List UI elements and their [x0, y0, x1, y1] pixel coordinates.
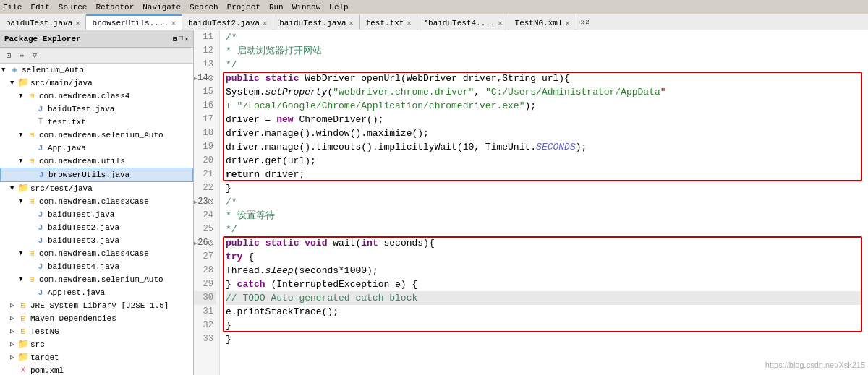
- code-text: driver = new ChromeDriver();: [226, 114, 383, 125]
- line-num-33: 33: [194, 332, 216, 346]
- expand-arrow: ▼: [19, 247, 26, 260]
- tree-item-com-newdream-class3case[interactable]: ▼ ⊞ com.newdream.class3Case: [0, 195, 193, 208]
- tab-baiduTest2[interactable]: baiduTest2.java ✕: [182, 14, 273, 30]
- tree-item-com-newdream-class4case[interactable]: ▼ ⊞ com.newdream.class4Case: [0, 247, 193, 260]
- java-file-icon: J: [35, 169, 47, 181]
- line-num-21: 21: [194, 168, 216, 181]
- tab-close-icon[interactable]: ✕: [349, 19, 354, 27]
- java-file-icon: J: [35, 287, 46, 298]
- menu-refactor[interactable]: Refactor: [95, 3, 134, 12]
- maximize-icon[interactable]: □: [179, 35, 183, 43]
- close-panel-icon[interactable]: ✕: [184, 35, 189, 43]
- menu-help[interactable]: Help: [329, 3, 348, 12]
- tree-label: TestNG: [30, 325, 59, 338]
- library-icon: ⊟: [17, 313, 29, 324]
- tree-item-com-newdream-utils[interactable]: ▼ ⊞ com.newdream.utils: [0, 155, 193, 168]
- menu-edit[interactable]: Edit: [30, 3, 49, 12]
- expand-arrow: ▷: [10, 351, 17, 364]
- code-text: driver.manage().timeouts().implicitlyWai…: [226, 142, 587, 152]
- tab-baiduTest3[interactable]: baiduTest.java ✕: [273, 14, 359, 30]
- tree-item-src-test-java[interactable]: ▼ 📁 src/test/java: [0, 182, 193, 195]
- tree-item-com-newdream-class4[interactable]: ▼ ⊞ com.newdream.class4: [0, 90, 193, 103]
- line-num-18: 18: [194, 126, 216, 140]
- code-text: * 设置等待: [226, 210, 275, 221]
- tab-testTxt[interactable]: test.txt ✕: [360, 14, 418, 30]
- tree-item-app-java[interactable]: J App.java: [0, 142, 193, 155]
- tree-item-pom-xml[interactable]: X pom.xml: [0, 364, 193, 375]
- tree-label: src: [30, 338, 45, 351]
- tree-item-baiduTest-java2[interactable]: J baiduTest.java: [0, 208, 193, 221]
- tab-close-icon[interactable]: ✕: [566, 19, 570, 27]
- tree-item-baiduTest3-java[interactable]: J baiduTest3.java: [0, 234, 193, 247]
- line-num-14: 14◎: [194, 72, 216, 85]
- code-text: driver.manage().window().maximize();: [226, 128, 429, 139]
- tree-item-baiduTest4-java[interactable]: J baiduTest4.java: [0, 260, 193, 273]
- tab-close-icon[interactable]: ✕: [171, 19, 176, 27]
- tree-item-src-main-java[interactable]: ▼ 📁 src/main/java: [0, 77, 193, 90]
- tree-item-maven-dependencies[interactable]: ▷ ⊟ Maven Dependencies: [0, 312, 193, 325]
- tab-baiduTest[interactable]: baiduTest.java ✕: [0, 14, 86, 30]
- minimize-icon[interactable]: ⊟: [173, 35, 177, 43]
- tree-item-baiduTest2-java[interactable]: J baiduTest2.java: [0, 221, 193, 234]
- library-icon: ⊟: [17, 300, 29, 311]
- tab-close-icon[interactable]: ✕: [407, 19, 411, 27]
- tab-baiduTest4[interactable]: *baiduTest4.... ✕: [417, 14, 509, 30]
- tab-testNG[interactable]: TestNG.xml ✕: [509, 14, 576, 30]
- tree-item-baiduTest-java[interactable]: J baiduTest.java: [0, 103, 193, 116]
- menu-search[interactable]: Search: [190, 3, 218, 12]
- tree-item-com-newdream-selenium-auto2[interactable]: ▼ ⊞ com.newdream.selenium_Auto: [0, 273, 193, 286]
- tab-close-icon[interactable]: ✕: [263, 19, 267, 27]
- collapse-all-button[interactable]: ⊡: [3, 50, 14, 61]
- tree-label: com.newdream.utils: [39, 155, 125, 168]
- expand-arrow: ▷: [10, 325, 17, 338]
- menu-run[interactable]: Run: [269, 3, 284, 12]
- menu-navigate[interactable]: Navigate: [142, 3, 181, 12]
- code-line-25: */: [226, 223, 862, 236]
- code-text: * 启动浏览器打开网站: [226, 46, 322, 56]
- expand-arrow: ▷: [10, 312, 17, 325]
- tree-label: com.newdream.class3Case: [39, 195, 149, 208]
- watermark: https://blog.csdn.net/Xsk215: [765, 358, 865, 372]
- tree-item-test-txt[interactable]: T test.txt: [0, 116, 193, 129]
- tab-close-icon[interactable]: ✕: [498, 19, 503, 27]
- expand-arrow: ▼: [19, 155, 26, 168]
- menu-file[interactable]: File: [3, 3, 22, 12]
- tree-item-selenium-auto[interactable]: ▼ ◈ selenium_Auto: [0, 64, 193, 77]
- tree-item-com-newdream-selenium-auto[interactable]: ▼ ⊞ com.newdream.selenium_Auto: [0, 129, 193, 142]
- code-line-29: } catch (InterruptedException e) {: [226, 277, 862, 291]
- expand-arrow: ▼: [19, 90, 26, 103]
- java-file-icon: J: [35, 235, 46, 246]
- line-num-24: 24: [194, 209, 216, 223]
- package-icon: ⊞: [26, 155, 38, 167]
- tree-item-jre-library[interactable]: ▷ ⊟ JRE System Library [J2SE-1.5]: [0, 299, 193, 312]
- tree-item-browserUtils-java[interactable]: J browserUtils.java: [0, 168, 193, 182]
- tree-item-target-folder[interactable]: ▷ 📁 target: [0, 351, 193, 364]
- code-line-18: driver.manage().window().maximize();: [226, 126, 862, 140]
- link-editor-button[interactable]: ⇔: [16, 50, 27, 61]
- code-line-15: System.setProperty("webdriver.chrome.dri…: [226, 85, 862, 99]
- code-line-21: return driver;: [226, 168, 862, 181]
- java-file-icon: J: [35, 209, 46, 220]
- package-icon: ⊞: [26, 90, 38, 102]
- menu-window[interactable]: Window: [292, 3, 321, 12]
- tree-item-src-folder[interactable]: ▷ 📁 src: [0, 338, 193, 351]
- line-num-29: 29: [194, 277, 216, 291]
- tab-overflow[interactable]: »2: [576, 14, 594, 30]
- code-line-20: driver.get(url);: [226, 154, 862, 168]
- code-text: try {: [226, 251, 254, 262]
- menu-project[interactable]: Project: [227, 3, 260, 12]
- tree-item-testng[interactable]: ▷ ⊟ TestNG: [0, 325, 193, 338]
- java-file-icon: J: [35, 142, 46, 154]
- tab-close-icon[interactable]: ✕: [75, 19, 80, 27]
- sidebar-toolbar: ⊡ ⇔ ▽: [0, 48, 193, 64]
- view-menu-button[interactable]: ▽: [29, 50, 41, 61]
- line-num-31: 31: [194, 305, 216, 319]
- tree-label: baiduTest.java: [48, 103, 114, 116]
- code-text: e.printStackTrace();: [226, 306, 339, 317]
- menu-source[interactable]: Source: [59, 3, 88, 12]
- tree-item-appTest-java[interactable]: J AppTest.java: [0, 286, 193, 299]
- folder-icon: 📁: [17, 339, 29, 350]
- tree-label: com.newdream.selenium_Auto: [39, 129, 163, 142]
- code-editor[interactable]: /* * 启动浏览器打开网站 */ public static WebDrive…: [220, 30, 868, 375]
- tab-browserUtils[interactable]: browserUtils.... ✕: [86, 14, 182, 30]
